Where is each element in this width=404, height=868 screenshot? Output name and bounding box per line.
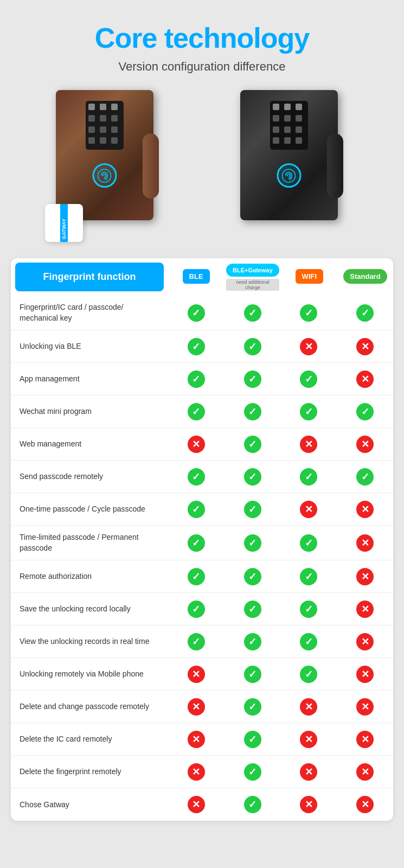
check-wifi bbox=[281, 371, 337, 388]
check-wifi bbox=[281, 698, 337, 716]
page-container: Core technology Version configuration di… bbox=[0, 0, 404, 843]
check-wifi bbox=[281, 501, 337, 518]
check-ble bbox=[168, 698, 225, 716]
check-icon-red bbox=[356, 501, 374, 518]
check-standard bbox=[337, 633, 393, 650]
check-ble bbox=[168, 601, 225, 618]
additional-charge-label: need additional charge bbox=[226, 279, 279, 291]
check-icon-green bbox=[244, 568, 261, 585]
check-ble_gateway bbox=[225, 304, 281, 322]
lock-body-ble bbox=[56, 90, 153, 220]
check-ble_gateway bbox=[225, 403, 281, 420]
table-row: Web management bbox=[11, 428, 393, 461]
check-icon-red bbox=[188, 698, 205, 716]
header-col-wifi: WIFI bbox=[281, 258, 337, 296]
feature-label: Time-limited passcode / Permanent passco… bbox=[11, 526, 168, 560]
product-images-row: GATWAY bbox=[11, 90, 393, 242]
feature-label: Delete and change passcode remotely bbox=[11, 695, 168, 719]
feature-header-cell: Fingerprint function bbox=[15, 263, 164, 291]
check-icon-red bbox=[356, 666, 374, 683]
feature-label: Wechat mini program bbox=[11, 400, 168, 424]
check-icon-red bbox=[188, 731, 205, 748]
table-row: Fingerprint/IC card / passcode/ mechanic… bbox=[11, 296, 393, 330]
check-wifi bbox=[281, 568, 337, 585]
check-icon-red bbox=[356, 338, 374, 355]
table-row: Wechat mini program bbox=[11, 395, 393, 428]
check-icon-green bbox=[300, 403, 317, 420]
badge-ble-gateway: BLE+Gateway bbox=[226, 264, 279, 277]
check-wifi bbox=[281, 403, 337, 420]
check-wifi bbox=[281, 534, 337, 552]
lock-image-wifi bbox=[229, 90, 360, 242]
check-icon-green bbox=[300, 666, 317, 683]
check-icon-green bbox=[188, 468, 205, 486]
check-icon-green bbox=[188, 633, 205, 650]
check-ble_gateway bbox=[225, 501, 281, 518]
table-rows-container: Fingerprint/IC card / passcode/ mechanic… bbox=[11, 296, 393, 821]
feature-label: View the unlocking records in real time bbox=[11, 630, 168, 654]
check-icon-green bbox=[300, 633, 317, 650]
badge-ble: BLE bbox=[183, 269, 210, 284]
check-ble_gateway bbox=[225, 698, 281, 716]
check-ble bbox=[168, 666, 225, 683]
check-icon-red bbox=[356, 436, 374, 453]
check-icon-red bbox=[356, 796, 374, 813]
check-icon-red bbox=[300, 338, 317, 355]
svg-point-1 bbox=[283, 169, 296, 182]
check-icon-red bbox=[188, 796, 205, 813]
check-icon-red bbox=[356, 698, 374, 716]
feature-label: Web management bbox=[11, 432, 168, 456]
check-icon-green bbox=[188, 338, 205, 355]
check-standard bbox=[337, 796, 393, 813]
check-ble bbox=[168, 436, 225, 453]
lock-handle-right bbox=[327, 133, 343, 199]
check-icon-green bbox=[244, 666, 261, 683]
check-ble_gateway bbox=[225, 338, 281, 355]
check-icon-green bbox=[244, 731, 261, 748]
feature-label: Delete the IC card remotely bbox=[11, 727, 168, 751]
table-row: Time-limited passcode / Permanent passco… bbox=[11, 526, 393, 560]
gateway-label: GATWAY bbox=[60, 204, 68, 242]
check-icon-red bbox=[356, 763, 374, 781]
check-icon-green bbox=[188, 601, 205, 618]
badge-standard: Standard bbox=[343, 269, 387, 284]
check-ble_gateway bbox=[225, 601, 281, 618]
feature-label: App management bbox=[11, 367, 168, 391]
check-standard bbox=[337, 534, 393, 552]
check-icon-green bbox=[244, 534, 261, 552]
check-ble bbox=[168, 534, 225, 552]
check-standard bbox=[337, 731, 393, 748]
check-icon-green bbox=[300, 568, 317, 585]
check-icon-red bbox=[300, 763, 317, 781]
check-icon-red bbox=[356, 731, 374, 748]
header-col-ble-gateway: BLE+Gateway need additional charge bbox=[224, 258, 281, 296]
check-ble bbox=[168, 338, 225, 355]
check-ble bbox=[168, 796, 225, 813]
check-icon-green bbox=[244, 468, 261, 486]
feature-label: One-time passcode / Cycle passcode bbox=[11, 497, 168, 521]
check-ble bbox=[168, 468, 225, 486]
check-icon-green bbox=[244, 763, 261, 781]
check-standard bbox=[337, 371, 393, 388]
check-wifi bbox=[281, 338, 337, 355]
lock-image-ble: GATWAY bbox=[45, 90, 175, 242]
check-icon-green bbox=[244, 403, 261, 420]
check-ble bbox=[168, 731, 225, 748]
check-icon-green bbox=[356, 468, 374, 486]
check-icon-green bbox=[188, 568, 205, 585]
check-ble bbox=[168, 371, 225, 388]
check-wifi bbox=[281, 731, 337, 748]
table-row: Unlocking remotely via Mobile phone bbox=[11, 658, 393, 691]
check-icon-green bbox=[356, 304, 374, 322]
check-icon-red bbox=[356, 534, 374, 552]
check-icon-red bbox=[188, 763, 205, 781]
check-icon-green bbox=[188, 501, 205, 518]
check-icon-green bbox=[300, 468, 317, 486]
comparison-table: Fingerprint function BLE BLE+Gateway nee… bbox=[11, 258, 393, 821]
check-icon-green bbox=[188, 304, 205, 322]
feature-label: Unlocking remotely via Mobile phone bbox=[11, 662, 168, 686]
check-standard bbox=[337, 601, 393, 618]
check-icon-red bbox=[188, 436, 205, 453]
check-icon-green bbox=[244, 698, 261, 716]
table-row: One-time passcode / Cycle passcode bbox=[11, 493, 393, 526]
